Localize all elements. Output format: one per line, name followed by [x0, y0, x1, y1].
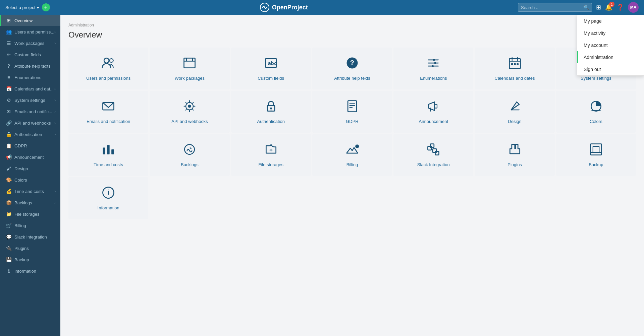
- svg-line-33: [192, 109, 194, 110]
- sidebar-icon-authentication: 🔒: [6, 132, 12, 137]
- grid-card-slack-integration[interactable]: Slack Integration: [393, 134, 473, 176]
- help-icon[interactable]: ❓: [616, 4, 624, 11]
- sidebar-item-custom-fields[interactable]: ✏ Custom fields: [0, 49, 60, 60]
- grid-card-icon-file-storages: [264, 142, 278, 158]
- sidebar-icon-design: 🖌: [6, 166, 12, 171]
- svg-rect-43: [435, 104, 437, 108]
- sidebar-item-work-packages[interactable]: ☰ Work packages ›: [0, 38, 60, 49]
- grid-card-calendars-dates[interactable]: Calendars and dates: [475, 48, 554, 89]
- sidebar-item-left: 📋 GDPR: [6, 143, 27, 148]
- sidebar-item-calendars-dates[interactable]: 📅 Calendars and dat... ›: [0, 83, 60, 94]
- sidebar-arrow-time-costs: ›: [54, 189, 56, 193]
- sidebar-item-slack-integration[interactable]: 💬 Slack Integration: [0, 231, 60, 243]
- project-selector[interactable]: Select a project ▾: [5, 5, 39, 10]
- grid-card-icon-slack-integration: [426, 142, 441, 158]
- sidebar-item-gdpr[interactable]: 📋 GDPR: [0, 140, 60, 151]
- svg-rect-23: [517, 63, 519, 65]
- breadcrumb: Administration: [68, 23, 636, 27]
- grid-card-plugins[interactable]: Plugins: [475, 134, 554, 176]
- grid-card-icon-design: [507, 99, 522, 115]
- dropdown-item-administration[interactable]: Administration: [577, 51, 644, 63]
- grid-card-enumerations[interactable]: Enumerations: [393, 48, 473, 89]
- sidebar-arrow-users-permissions: ›: [54, 30, 56, 34]
- grid-card-work-packages[interactable]: Work packages: [150, 48, 229, 89]
- sidebar-item-api-webhooks[interactable]: 🔗 API and webhooks ›: [0, 117, 60, 129]
- grid-icon[interactable]: ⊞: [596, 4, 601, 11]
- svg-point-52: [355, 144, 359, 148]
- sidebar-icon-gdpr: 📋: [6, 143, 12, 148]
- sidebar-item-time-costs[interactable]: 💰 Time and costs ›: [0, 186, 60, 197]
- grid-card-users-permissions[interactable]: Users and permissions: [68, 48, 148, 89]
- grid-card-gdpr[interactable]: GDPR: [312, 91, 392, 133]
- grid-card-announcement[interactable]: Announcement: [393, 91, 473, 133]
- top-navigation: Select a project ▾ + OpenProject 🔍 ⊞ 🔔 1…: [0, 0, 644, 15]
- grid-card-billing[interactable]: Billing: [312, 134, 392, 176]
- sidebar-icon-overview: ⊞: [6, 18, 12, 23]
- sidebar-arrow-authentication: ›: [54, 132, 56, 136]
- sidebar-item-billing[interactable]: 🛒 Billing: [0, 220, 60, 231]
- sidebar-item-left: ✏ Custom fields: [6, 52, 41, 57]
- sidebar-item-left: 🔒 Authentication: [6, 132, 42, 137]
- svg-point-14: [433, 59, 435, 61]
- search-box[interactable]: 🔍: [518, 3, 592, 12]
- sidebar-label-overview: Overview: [14, 18, 33, 23]
- add-project-button[interactable]: +: [42, 3, 50, 11]
- grid-card-emails-notification[interactable]: Emails and notification: [68, 91, 148, 133]
- sidebar-item-plugins[interactable]: 🔌 Plugins: [0, 243, 60, 254]
- grid-card-backlogs[interactable]: Backlogs: [150, 134, 229, 176]
- grid-card-file-storages[interactable]: File storages: [231, 134, 311, 176]
- sidebar-item-enumerations[interactable]: ≡ Enumerations: [0, 72, 60, 83]
- grid-card-icon-announcement: [426, 99, 441, 115]
- dropdown-item-my-account[interactable]: My account: [577, 39, 644, 51]
- sidebar-label-system-settings: System settings: [14, 98, 45, 103]
- sidebar-item-overview[interactable]: ⊞ Overview: [0, 15, 60, 26]
- grid-card-authentication[interactable]: Authentication: [231, 91, 311, 133]
- svg-rect-22: [514, 63, 516, 65]
- grid-card-icon-emails-notification: [101, 99, 116, 115]
- sidebar-item-system-settings[interactable]: ⚙ System settings ›: [0, 94, 60, 106]
- sidebar-item-colors[interactable]: 🎨 Colors: [0, 174, 60, 186]
- sidebar-icon-plugins: 🔌: [6, 246, 12, 251]
- grid-card-icon-colors: [589, 99, 603, 115]
- sidebar-item-left: 🔗 API and webhooks: [6, 120, 51, 126]
- grid-card-label-information: Information: [98, 205, 119, 211]
- grid-card-icon-enumerations: [426, 56, 441, 72]
- sidebar-item-users-permissions[interactable]: 👥 Users and permiss... ›: [0, 26, 60, 38]
- grid-card-design[interactable]: Design: [475, 91, 554, 133]
- sidebar-item-backup[interactable]: 💾 Backup: [0, 254, 60, 265]
- svg-point-1: [104, 58, 109, 63]
- sidebar-label-announcement: Announcement: [14, 155, 44, 160]
- sidebar-item-authentication[interactable]: 🔒 Authentication ›: [0, 129, 60, 140]
- grid-card-time-costs[interactable]: Time and costs: [68, 134, 148, 176]
- sidebar-item-left: 💾 Backup: [6, 257, 29, 262]
- sidebar-item-left: ✉ Emails and notific...: [6, 109, 52, 114]
- sidebar-item-design[interactable]: 🖌 Design: [0, 163, 60, 174]
- notifications-icon[interactable]: 🔔 1: [605, 4, 612, 11]
- grid-card-backup[interactable]: Backup: [556, 134, 636, 176]
- dropdown-item-sign-out[interactable]: Sign out: [577, 63, 644, 75]
- grid-card-colors[interactable]: Colors: [556, 91, 636, 133]
- grid-card-api-webhooks[interactable]: API and webhooks: [150, 91, 229, 133]
- user-avatar[interactable]: MA: [628, 2, 639, 13]
- grid-card-label-gdpr: GDPR: [346, 119, 359, 125]
- dropdown-item-my-page[interactable]: My page: [577, 15, 644, 27]
- sidebar-item-backlogs[interactable]: 📦 Backlogs ›: [0, 197, 60, 208]
- sidebar-label-file-storages: File storages: [14, 212, 39, 217]
- svg-rect-59: [590, 144, 601, 155]
- sidebar-item-left: 👥 Users and permiss...: [6, 29, 54, 35]
- grid-card-attribute-help-texts[interactable]: ? Attribute help texts: [312, 48, 392, 89]
- sidebar-item-attribute-help-texts[interactable]: ? Attribute help texts: [0, 60, 60, 72]
- grid-card-custom-fields[interactable]: abc Custom fields: [231, 48, 311, 89]
- sidebar-item-emails-notification[interactable]: ✉ Emails and notific... ›: [0, 106, 60, 117]
- sidebar-item-file-storages[interactable]: 📁 File storages: [0, 208, 60, 220]
- search-input[interactable]: [521, 5, 581, 10]
- sidebar-item-information[interactable]: ℹ Information: [0, 265, 60, 277]
- sidebar-item-announcement[interactable]: 📢 Announcement: [0, 151, 60, 163]
- grid-card-information[interactable]: i Information: [68, 177, 148, 219]
- sidebar-label-authentication: Authentication: [14, 132, 42, 137]
- sidebar-label-attribute-help-texts: Attribute help texts: [14, 64, 51, 69]
- svg-text:i: i: [107, 189, 109, 196]
- sidebar-icon-time-costs: 💰: [6, 189, 12, 194]
- dropdown-item-my-activity[interactable]: My activity: [577, 27, 644, 39]
- sidebar-item-left: ☰ Work packages: [6, 41, 44, 46]
